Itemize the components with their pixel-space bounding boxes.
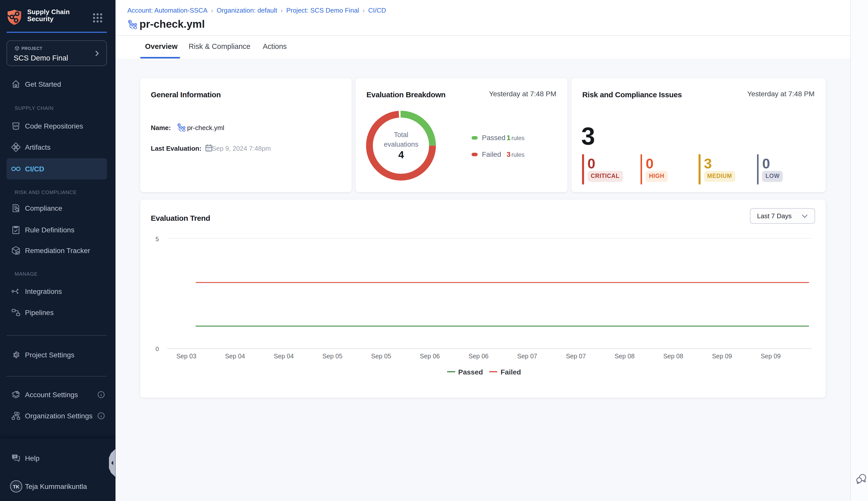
- svg-text:Sep 05: Sep 05: [322, 353, 342, 360]
- svg-text:Sep 06: Sep 06: [468, 353, 488, 360]
- svg-text:0: 0: [155, 345, 159, 352]
- svg-text:Sep 09: Sep 09: [712, 353, 732, 360]
- svg-text:Sep 04: Sep 04: [274, 353, 294, 360]
- svg-text:Sep 08: Sep 08: [614, 353, 634, 360]
- svg-text:?: ?: [14, 455, 16, 459]
- svg-text:Failed: Failed: [500, 368, 521, 376]
- svg-text:Passed: Passed: [458, 368, 483, 376]
- svg-text:Sep 08: Sep 08: [663, 353, 683, 360]
- svg-text:Sep 07: Sep 07: [566, 353, 586, 360]
- svg-text:Sep 03: Sep 03: [176, 353, 196, 360]
- svg-text:Sep 05: Sep 05: [371, 353, 391, 360]
- svg-text:Sep 06: Sep 06: [420, 353, 440, 360]
- svg-text:Sep 04: Sep 04: [225, 353, 244, 360]
- svg-text:Sep 07: Sep 07: [517, 353, 537, 360]
- svg-text:Sep 09: Sep 09: [760, 353, 780, 360]
- svg-text:5: 5: [155, 236, 159, 243]
